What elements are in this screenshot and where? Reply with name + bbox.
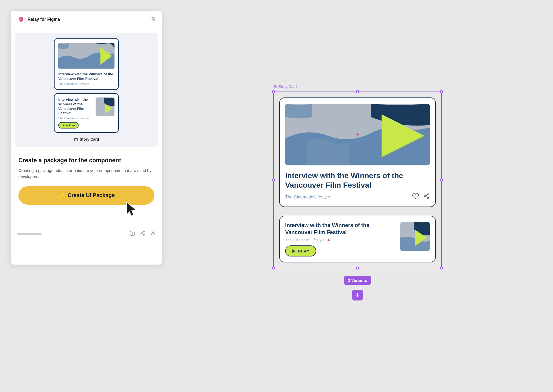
settings-icon[interactable]: [150, 231, 156, 237]
card-thumbnail-1: [58, 42, 114, 69]
svg-point-20: [428, 198, 429, 199]
frame-corner-tl: [272, 90, 275, 93]
create-btn-icon: ✨: [58, 192, 65, 199]
center-dot: [356, 133, 359, 136]
heart-icon[interactable]: [412, 193, 419, 201]
play-button-small[interactable]: + Play: [58, 122, 79, 129]
frame-corner-bl: [272, 267, 275, 269]
panel-preview: Interview with the Winners of the Vancou…: [15, 33, 158, 147]
add-variant-button[interactable]: [352, 290, 363, 300]
share-icon[interactable]: [140, 231, 145, 237]
component-frame: Story Card: [273, 92, 442, 268]
large-card-title: Interview with the Winners of the Vancou…: [285, 171, 430, 190]
play-button-large[interactable]: PLAY: [285, 245, 316, 256]
panel-title: Relay for Figma: [28, 17, 60, 22]
footer-icons: ?: [130, 231, 156, 237]
create-ui-package-button[interactable]: ✨ Create UI Package: [18, 186, 154, 205]
help-icon[interactable]: ?: [130, 231, 135, 237]
svg-point-12: [141, 233, 142, 234]
svg-rect-1: [151, 18, 155, 21]
preview-label: Story Card: [74, 137, 99, 141]
channel-dot: [328, 239, 330, 241]
bottom-controls: 2 Variants: [344, 272, 372, 300]
scrollbar[interactable]: [17, 233, 42, 235]
large-card-footer: The Cinematic Lifestyle: [285, 193, 430, 201]
svg-marker-24: [292, 249, 295, 253]
medium-content: Interview with the Winners of the Vancou…: [285, 222, 396, 256]
panel-logo: Relay for Figma: [17, 16, 60, 23]
frame-label: Story Card: [273, 85, 297, 89]
large-card-actions: [412, 193, 430, 201]
story-card-large: Interview with the Winners of the Vancou…: [279, 97, 436, 207]
card-preview-2: Interview with the Winners of the Vancou…: [54, 93, 119, 133]
component-info: Create a package for the component Creat…: [11, 151, 162, 210]
panel-header: Relay for Figma: [11, 11, 162, 28]
share-icon-card[interactable]: [423, 193, 430, 201]
card-subtitle-1: The Cinematic Lifestyle: [58, 82, 114, 86]
component-description: Creating a package adds information to y…: [18, 168, 154, 180]
svg-point-18: [429, 164, 430, 165]
svg-text:?: ?: [131, 232, 133, 235]
medium-card-title: Interview with the Winners of the Vancou…: [285, 222, 396, 236]
svg-point-15: [152, 232, 154, 234]
card-title-2: Interview with the Winners of the Vancou…: [58, 97, 93, 116]
right-panel: Story Card: [162, 0, 553, 392]
svg-point-0: [19, 18, 21, 21]
svg-point-21: [424, 196, 426, 197]
frame-corner-bm: [356, 267, 359, 269]
medium-card-channel: The Cinematic Lifestyle: [285, 238, 396, 242]
svg-line-13: [142, 232, 143, 233]
component-icon: [74, 137, 78, 141]
frame-corner-ml: [272, 179, 275, 181]
variants-badge: 2 Variants: [344, 276, 372, 285]
frame-corner-tr: [440, 90, 443, 93]
card-title-1: Interview with the Winners of the Vancou…: [58, 72, 114, 81]
frame-corner-tm: [356, 90, 359, 93]
medium-thumbnail: [400, 222, 430, 251]
panel-footer: ?: [11, 226, 162, 242]
frame-corner-mr: [440, 179, 443, 181]
component-heading: Create a package for the component: [18, 157, 154, 164]
play-label: PLAY: [298, 249, 310, 253]
create-btn-label: Create UI Package: [68, 192, 115, 198]
card-thumbnail-2: [96, 97, 114, 116]
svg-point-11: [143, 234, 144, 235]
svg-point-19: [428, 194, 429, 195]
large-thumbnail: [285, 103, 430, 165]
story-card-medium: Interview with the Winners of the Vancou…: [279, 216, 436, 262]
card-content-small: Interview with the Winners of the Vancou…: [58, 97, 93, 129]
svg-line-22: [426, 195, 428, 196]
svg-line-14: [142, 233, 143, 235]
large-card-channel: The Cinematic Lifestyle: [285, 195, 330, 200]
frame-corner-br: [440, 267, 443, 269]
svg-marker-4: [63, 124, 65, 126]
card-subtitle-2: The Cinematic Lifestyle: [58, 117, 93, 120]
svg-point-10: [143, 231, 144, 232]
left-panel: Relay for Figma Interview: [11, 11, 162, 265]
svg-line-23: [426, 196, 428, 198]
card-preview-1: Interview with the Winners of the Vancou…: [54, 38, 119, 90]
trash-icon[interactable]: [150, 16, 156, 23]
relay-logo-icon: [17, 16, 25, 23]
frame-component-icon: [273, 85, 277, 89]
